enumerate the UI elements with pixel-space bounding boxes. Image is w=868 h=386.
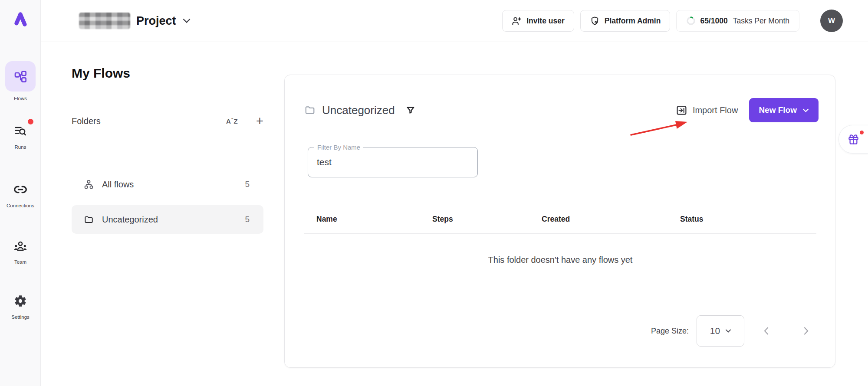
folder-row-uncategorized[interactable]: Uncategorized 5	[72, 205, 263, 234]
tasks-usage-value: 65/1000	[700, 16, 727, 26]
notification-dot	[28, 119, 33, 124]
sort-a: A	[226, 118, 231, 125]
project-name-redacted	[79, 13, 130, 29]
sidebar-item-label: Connections	[7, 203, 34, 208]
column-header-name: Name	[304, 215, 420, 224]
folder-row-all-flows[interactable]: All flows 5	[72, 170, 263, 199]
hierarchy-icon	[84, 180, 94, 190]
pagination: Page Size: 10	[651, 314, 815, 348]
user-avatar[interactable]: W	[820, 10, 843, 32]
folders-label: Folders	[72, 116, 101, 126]
filter-by-name-field: Filter By Name	[308, 147, 478, 177]
notification-dot	[860, 131, 864, 134]
folder-row-label: All flows	[102, 180, 134, 190]
invite-user-label: Invite user	[526, 16, 565, 26]
platform-admin-button[interactable]: Platform Admin	[580, 10, 671, 32]
new-flow-button[interactable]: New Flow	[749, 98, 819, 122]
import-icon	[676, 105, 687, 116]
sidebar-item-settings[interactable]: Settings	[0, 291, 41, 320]
sidebar: Flows Runs Connection	[0, 0, 41, 386]
invite-user-button[interactable]: Invite user	[502, 10, 574, 32]
column-header-created: Created	[529, 215, 668, 224]
rewards-gift-button[interactable]	[838, 125, 868, 154]
folder-icon	[304, 105, 316, 116]
sidebar-item-team[interactable]: Team	[0, 236, 41, 265]
sidebar-item-flows[interactable]: Flows	[0, 61, 41, 101]
chevron-down-icon	[802, 108, 809, 112]
sidebar-item-label: Flows	[14, 96, 27, 101]
previous-page-button[interactable]	[756, 321, 776, 340]
sort-caret-icon: ˆ	[231, 117, 233, 122]
tasks-usage-badge[interactable]: 65/1000 Tasks Per Month	[676, 10, 799, 32]
project-label: Project	[136, 14, 176, 28]
folders-header: Folders AˆZ +	[72, 115, 263, 127]
platform-admin-label: Platform Admin	[605, 16, 661, 26]
progress-ring-icon	[686, 16, 696, 26]
folder-row-count: 5	[245, 215, 254, 224]
sidebar-item-label: Runs	[15, 144, 26, 150]
filter-by-name-input[interactable]	[317, 148, 469, 177]
add-folder-button[interactable]: +	[256, 115, 263, 127]
column-header-steps: Steps	[420, 215, 529, 224]
page-size-value: 10	[710, 326, 720, 336]
sort-alpha-button[interactable]: AˆZ	[226, 117, 238, 125]
chevron-down-icon	[182, 18, 191, 23]
top-header: Project Invite user	[41, 0, 868, 42]
import-flow-button[interactable]: Import Flow	[676, 105, 738, 116]
page-size-label: Page Size:	[651, 327, 689, 336]
page-title: My Flows	[72, 66, 130, 81]
link-icon	[13, 183, 27, 196]
tasks-usage-caption: Tasks Per Month	[733, 16, 789, 26]
new-flow-label: New Flow	[759, 105, 797, 115]
sidebar-item-label: Settings	[11, 314, 30, 320]
page-size-select[interactable]: 10	[697, 315, 744, 347]
sidebar-item-runs[interactable]: Runs	[0, 121, 41, 150]
project-selector[interactable]: Project	[79, 13, 191, 29]
sidebar-item-connections[interactable]: Connections	[0, 180, 41, 208]
runs-search-icon	[13, 124, 27, 138]
gear-icon	[13, 294, 27, 308]
next-page-button[interactable]	[796, 321, 815, 340]
folder-row-label: Uncategorized	[102, 215, 158, 225]
flows-table: Name Steps Created Status	[304, 205, 816, 234]
workflow-icon	[13, 69, 27, 83]
folder-icon	[84, 215, 94, 225]
dropdown-arrow-icon	[726, 329, 731, 333]
users-icon	[13, 239, 27, 253]
user-plus-icon	[512, 16, 522, 26]
folder-row-count: 5	[245, 180, 254, 189]
gift-icon	[848, 134, 859, 145]
activepieces-logo[interactable]	[0, 10, 41, 28]
card-title: Uncategorized	[322, 104, 395, 117]
sidebar-item-label: Team	[14, 259, 26, 265]
flows-card: Uncategorized Import Flow New Flow	[284, 75, 835, 368]
shield-icon	[590, 16, 600, 26]
filter-funnel-icon[interactable]	[406, 105, 415, 115]
sort-z: Z	[233, 118, 238, 125]
empty-state-message: This folder doesn't have any flows yet	[304, 255, 816, 265]
column-header-status: Status	[668, 215, 816, 224]
import-flow-label: Import Flow	[693, 105, 738, 115]
